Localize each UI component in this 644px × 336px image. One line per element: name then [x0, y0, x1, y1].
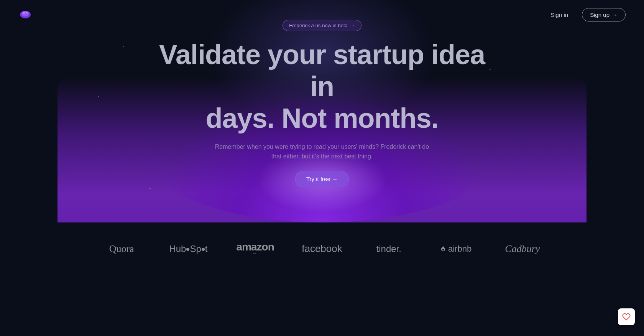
- hero-subtitle: Remember when you were trying to read yo…: [215, 142, 429, 161]
- cta-button[interactable]: Try it free →: [295, 171, 349, 187]
- sign-up-button[interactable]: Sign up →: [582, 8, 626, 21]
- logos-track: Quora HubSpt amazon ⌣ facebook tinder. a…: [92, 241, 552, 257]
- svg-point-3: [26, 12, 28, 14]
- logo-hubspot: HubSpt: [159, 244, 218, 254]
- nav-right: Sign in Sign up →: [546, 8, 626, 21]
- navigation: Sign in Sign up →: [0, 0, 644, 29]
- hubspot-dot: [186, 248, 189, 251]
- star-dot: [150, 188, 151, 189]
- heart-button[interactable]: [618, 308, 635, 325]
- star-dot: [123, 46, 124, 47]
- hubspot-dot-2: [202, 248, 205, 251]
- svg-point-1: [21, 11, 29, 16]
- star-dot: [490, 69, 491, 70]
- logo-amazon: amazon ⌣: [226, 241, 285, 257]
- airbnb-icon: [440, 245, 447, 252]
- hero-title: Validate your startup idea in days. Not …: [157, 39, 487, 134]
- logo-area: [18, 8, 32, 21]
- logo-cadbury: Cadbury: [493, 243, 552, 255]
- svg-point-2: [23, 12, 25, 14]
- logo-tinder: tinder.: [359, 244, 418, 254]
- logos-section: Quora HubSpt amazon ⌣ facebook tinder. a…: [0, 222, 644, 275]
- heart-icon: [622, 313, 631, 321]
- logo-facebook: facebook: [292, 243, 352, 255]
- sign-in-button[interactable]: Sign in: [546, 8, 573, 21]
- brand-logo-icon: [18, 8, 32, 21]
- hero-section: Frederick AI is now in beta → Validate y…: [0, 0, 644, 222]
- hero-content: Frederick AI is now in beta → Validate y…: [157, 20, 487, 187]
- logo-quora: Quora: [92, 243, 151, 255]
- star-dot: [98, 96, 99, 97]
- logo-airbnb: airbnb: [426, 244, 485, 254]
